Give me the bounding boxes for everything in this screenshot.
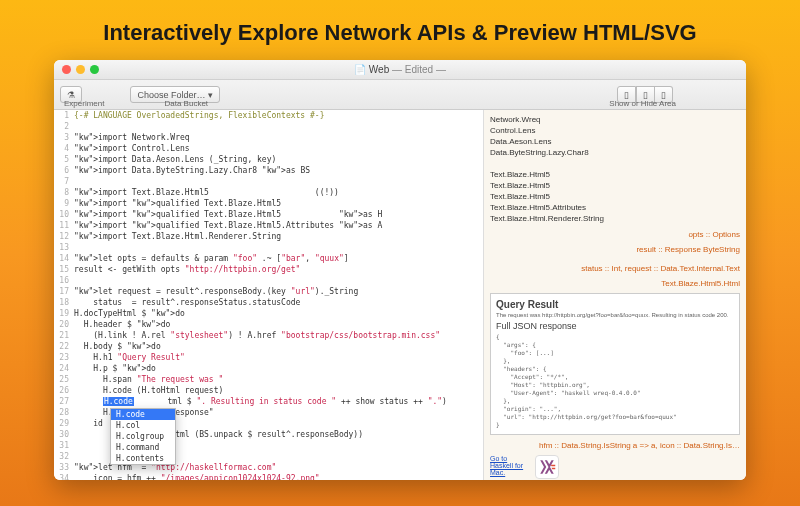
- zoom-icon[interactable]: [90, 65, 99, 74]
- type-hint: status :: Int, request :: Data.Text.Inte…: [490, 264, 740, 273]
- module-list: Network.WreqControl.LensData.Aeson.LensD…: [490, 114, 740, 224]
- line-gutter: 1234567891011121314151617181920212223242…: [54, 110, 72, 480]
- preview-sub: The request was http://httpbin.org/get?f…: [496, 312, 734, 318]
- html-preview: Query Result The request was http://http…: [490, 293, 740, 435]
- haskell-logo-icon: [535, 455, 559, 479]
- preview-title: Query Result: [496, 299, 734, 310]
- titlebar: 📄 Web — Edited —: [54, 60, 746, 80]
- preview-json: { "args": { "foo": [...] }, "headers": {…: [496, 333, 734, 429]
- traffic-lights[interactable]: [62, 65, 99, 74]
- minimize-icon[interactable]: [76, 65, 85, 74]
- playground-sidebar: Network.WreqControl.LensData.Aeson.LensD…: [483, 110, 746, 480]
- experiment-label: Experiment: [64, 99, 104, 108]
- type-hint: hfm :: Data.String.IsString a => a, icon…: [490, 441, 740, 450]
- code-editor[interactable]: 1234567891011121314151617181920212223242…: [54, 110, 483, 480]
- window-title: 📄 Web — Edited —: [54, 64, 746, 75]
- preview-link[interactable]: Go to Haskell for Mac.: [490, 455, 530, 476]
- preview-h2: Full JSON response: [496, 321, 734, 331]
- toolbar: ⚗︎ Experiment Choose Folder…▾ Data Bucke…: [54, 80, 746, 110]
- type-hint: opts :: Options: [490, 230, 740, 239]
- chevron-down-icon: ▾: [208, 90, 213, 100]
- type-hint: result :: Response ByteString: [490, 245, 740, 254]
- bucket-label: Data Bucket: [164, 99, 208, 108]
- hero-title: Interactively Explore Network APIs & Pre…: [0, 0, 800, 60]
- close-icon[interactable]: [62, 65, 71, 74]
- type-hint: Text.Blaze.Html5.Html: [490, 279, 740, 288]
- app-window: 📄 Web — Edited — ⚗︎ Experiment Choose Fo…: [54, 60, 746, 480]
- area-label: Show or Hide Area: [609, 99, 676, 108]
- autocomplete-popup[interactable]: H.codeH.colH.colgroupH.commandH.contents: [110, 408, 176, 465]
